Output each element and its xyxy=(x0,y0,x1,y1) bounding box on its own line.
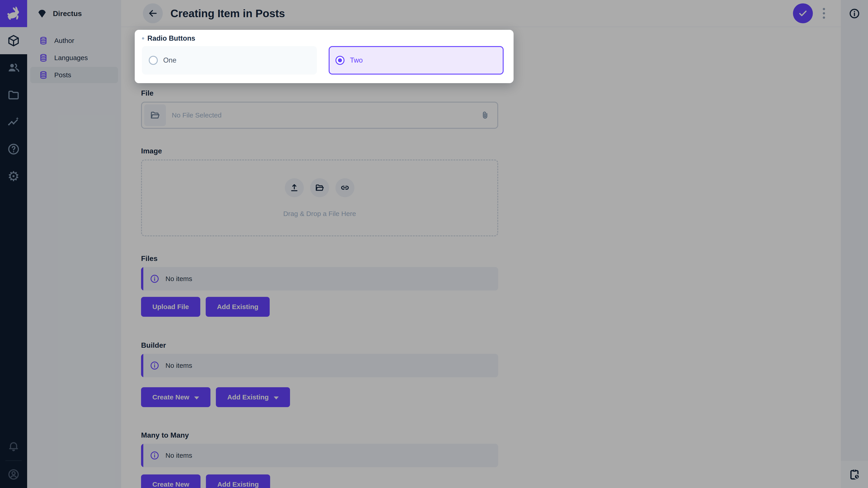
radio-option-one[interactable]: One xyxy=(142,46,317,74)
radio-unselected-icon xyxy=(149,56,158,65)
radio-buttons-dialog: Radio Buttons One Two xyxy=(135,30,514,83)
radio-selected-icon xyxy=(336,56,344,65)
edited-dot-icon xyxy=(142,37,144,39)
radio-buttons-field-label: Radio Buttons xyxy=(142,34,504,42)
radio-option-two[interactable]: Two xyxy=(329,46,504,74)
radio-option-label: Two xyxy=(350,56,363,64)
radio-option-label: One xyxy=(163,56,177,64)
radio-options: One Two xyxy=(142,46,504,74)
